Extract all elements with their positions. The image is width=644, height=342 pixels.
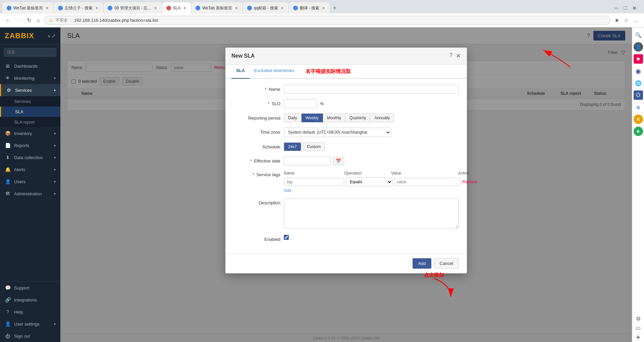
sidebar-item-label-monitoring: Monitoring <box>14 76 35 81</box>
sidebar-sub-item-sla-report[interactable]: SLA report <box>0 117 60 127</box>
tag-operation-select[interactable]: Equals Contains Does not contain <box>345 178 392 186</box>
tab-7[interactable]: 翻译 - 搜索 ✕ <box>289 2 330 14</box>
sidebar-sub-item-services[interactable]: Services <box>0 96 60 107</box>
tab-2[interactable]: 忘情公子 - 搜索 ✕ <box>54 2 103 14</box>
tab-6[interactable]: qq邮箱 - 搜索 ✕ <box>243 2 288 14</box>
right-icon-globe[interactable]: 🌐 <box>634 78 643 88</box>
sidebar-item-reports[interactable]: 📄 Reports ▾ <box>0 139 60 151</box>
right-icon-orange-close[interactable]: ✕ <box>634 115 643 124</box>
modal-close-button[interactable]: ✕ <box>456 52 461 60</box>
refresh-button[interactable]: ↻ <box>25 16 33 25</box>
favorites-button[interactable]: ☆ <box>623 16 630 25</box>
schedule-label: Schedule <box>233 142 280 149</box>
timezone-select[interactable]: System default: (UTC+08:00) Asia/Shangha… <box>284 128 391 137</box>
right-icon-extension1[interactable]: ⊕ <box>634 102 643 112</box>
sidebar-item-label-dashboards: Dashboards <box>14 64 38 69</box>
tab-bar: WeTab 新标签页 ✕ 忘情公子 - 搜索 ✕ 08 管理大项目 - 忘...… <box>0 0 644 13</box>
sidebar-logo: ZABBIX « ⤢ <box>0 27 60 45</box>
modal-help-button[interactable]: ? <box>449 52 452 60</box>
tab-excluded-downtimes[interactable]: Excluded downtimes <box>250 65 299 79</box>
tab-3[interactable]: 08 管理大项目 - 忘... ✕ <box>104 2 161 14</box>
expand-icon[interactable]: ⤢ <box>52 33 56 39</box>
close-window-button[interactable]: ✕ <box>631 4 638 13</box>
sidebar-sub-item-sla[interactable]: SLA <box>0 107 60 117</box>
right-icon-search[interactable]: 🔍 <box>634 30 643 40</box>
right-icon-plus[interactable]: + <box>634 333 643 342</box>
service-tags-control: Name Operation Value Action Equals Conta… <box>284 171 489 193</box>
tab-2-close[interactable]: ✕ <box>95 5 99 11</box>
tab-1-close[interactable]: ✕ <box>45 5 49 11</box>
reporting-period-control: Daily Weekly Monthly Quarterly Annually <box>284 114 459 122</box>
sidebar-item-administration[interactable]: 🛠 Administration ▾ <box>0 188 60 200</box>
tab-1-label: WeTab 新标签页 <box>13 5 43 11</box>
browser-settings-button[interactable]: … <box>632 16 640 25</box>
tab-3-close[interactable]: ✕ <box>153 5 158 11</box>
schedule-24x7[interactable]: 24x7 <box>284 142 301 151</box>
main-content: SLA ? Create SLA Filter ▽ Name Status Re… <box>60 27 632 342</box>
right-icon-blue[interactable]: ◉ <box>634 66 643 76</box>
effective-date-input[interactable]: 2024-01-11 <box>284 156 331 165</box>
right-icon-green[interactable]: ● <box>634 127 643 136</box>
sidebar-sub-services: Services SLA SLA report <box>0 96 60 127</box>
tab-4-close[interactable]: ✕ <box>182 5 187 11</box>
schedule-custom[interactable]: Custom <box>303 142 325 151</box>
tag-remove-link[interactable]: Remove <box>462 180 489 184</box>
date-group: 2024-01-11 📅 <box>284 156 459 165</box>
sidebar-item-users[interactable]: 👤 Users ▾ <box>0 176 60 188</box>
alerts-arrow: ▾ <box>54 168 56 172</box>
sidebar-item-support[interactable]: 💬 Support <box>0 282 60 294</box>
enabled-checkbox[interactable] <box>284 235 289 240</box>
sidebar-search-input[interactable] <box>4 48 56 57</box>
calendar-button[interactable]: 📅 <box>333 157 344 165</box>
sidebar-item-monitoring[interactable]: 👁 Monitoring ▾ <box>0 72 60 84</box>
sidebar-item-dashboards[interactable]: ⊞ Dashboards <box>0 60 60 72</box>
name-input[interactable] <box>284 85 459 94</box>
sidebar-item-integrations[interactable]: 🔗 Integrations <box>0 294 60 306</box>
sidebar-item-label-help: Help <box>14 310 23 315</box>
description-textarea[interactable] <box>284 198 459 228</box>
tab-5[interactable]: WeTab 新标签页 ✕ <box>192 2 242 14</box>
forward-button[interactable]: → <box>15 16 23 25</box>
period-annually[interactable]: Annually <box>370 114 394 122</box>
sidebar-item-services[interactable]: ⚙ Services ▾ <box>0 84 60 96</box>
right-icon-red[interactable]: ■ <box>634 54 643 64</box>
period-daily[interactable]: Daily <box>284 114 302 122</box>
tab-sla[interactable]: SLA <box>231 65 250 79</box>
tag-value-input[interactable] <box>394 178 461 186</box>
right-icon-dock[interactable]: ▭ <box>634 323 643 333</box>
tab-5-close[interactable]: ✕ <box>234 5 238 11</box>
extensions-button[interactable]: ★ <box>613 16 621 25</box>
add-tag-link[interactable]: Add <box>284 188 291 193</box>
collapse-icon[interactable]: « <box>48 33 50 39</box>
sidebar-item-help[interactable]: ? Help <box>0 306 60 318</box>
sidebar-item-user-settings[interactable]: 👤 User settings ▾ <box>0 318 60 330</box>
logo-text: ZABBIX <box>5 31 34 40</box>
period-weekly[interactable]: Weekly <box>302 114 323 122</box>
tag-name-input[interactable] <box>284 178 344 186</box>
minimize-button[interactable]: ─ <box>613 4 620 13</box>
new-tab-button[interactable]: + <box>330 4 339 12</box>
tab-4[interactable]: SLA ✕ <box>162 2 191 14</box>
data-collection-icon: ⬇ <box>5 155 11 160</box>
period-quarterly[interactable]: Quarterly <box>345 114 370 122</box>
back-button[interactable]: ← <box>4 16 12 25</box>
period-monthly[interactable]: Monthly <box>323 114 345 122</box>
add-button[interactable]: Add <box>413 258 431 269</box>
slo-input[interactable]: 99.9 <box>284 99 317 108</box>
sidebar-item-sign-out[interactable]: ⏻ Sign out <box>0 330 60 342</box>
right-icon-settings[interactable]: ⚙ <box>634 314 643 323</box>
right-icon-blue2[interactable]: O <box>634 90 643 100</box>
address-bar[interactable]: ⚠ 不安全 | 192.168.116.140/zabbix.php?actio… <box>44 16 610 25</box>
effective-date-label: * Effective date <box>233 156 280 163</box>
maximize-button[interactable]: □ <box>622 4 628 13</box>
tab-6-close[interactable]: ✕ <box>280 5 284 11</box>
sidebar-item-label-inventory: Inventory <box>14 131 32 136</box>
tab-1[interactable]: WeTab 新标签页 ✕ <box>3 2 53 14</box>
sidebar-item-inventory[interactable]: 📦 Inventory ▾ <box>0 127 60 139</box>
sidebar-item-alerts[interactable]: 🔔 Alerts ▾ <box>0 163 60 176</box>
right-icon-user[interactable]: 👤 <box>634 42 643 52</box>
cancel-button[interactable]: Cancel <box>434 258 459 269</box>
sidebar-item-data-collection[interactable]: ⬇ Data collection ▾ <box>0 151 60 163</box>
tab-7-close[interactable]: ✕ <box>321 5 326 11</box>
home-button[interactable]: ⌂ <box>35 16 41 25</box>
